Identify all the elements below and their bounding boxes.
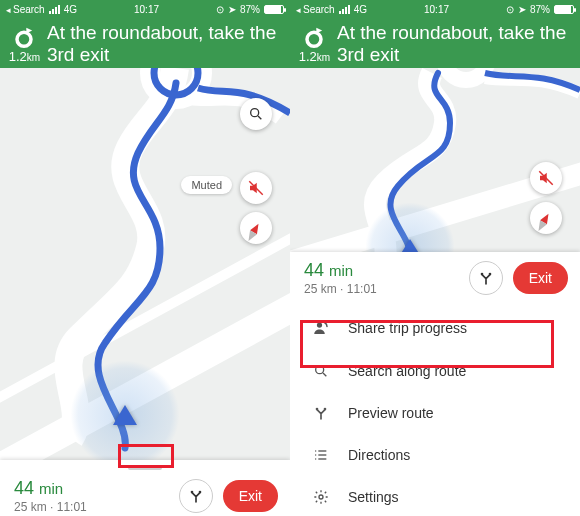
compass-icon [538, 207, 555, 228]
compass-button[interactable] [240, 212, 272, 244]
arrival-time: 11:01 [347, 282, 377, 296]
location-icon: ➤ [518, 4, 526, 15]
search-map-button[interactable] [240, 98, 272, 130]
compass-icon [248, 217, 265, 238]
eta-block: 44 min 25 km · 11:01 [304, 260, 377, 296]
battery-icon [554, 5, 574, 14]
search-icon [310, 363, 332, 379]
svg-point-0 [17, 33, 31, 47]
svg-line-4 [258, 116, 261, 119]
eta-block: 44 min 25 km · 11:01 [14, 478, 87, 514]
svg-point-23 [315, 458, 316, 459]
heading-arrow-icon [400, 239, 420, 252]
alarm-icon: ⊙ [216, 4, 224, 15]
menu-preview-route[interactable]: Preview route [290, 392, 580, 434]
status-bar: Search 4G 10:17 ⊙ ➤ 87% [290, 0, 580, 18]
svg-line-15 [323, 373, 326, 376]
direction-banner: 1.2km At the roundabout, take the 3rd ex… [290, 18, 580, 74]
network-label: 4G [354, 4, 367, 15]
direction-distance-unit: km [317, 52, 330, 63]
menu-preview-label: Preview route [348, 405, 434, 421]
status-time: 10:17 [134, 4, 159, 15]
search-icon [248, 106, 264, 122]
compass-button[interactable] [530, 202, 562, 234]
map-view[interactable]: Muted [0, 68, 290, 460]
location-icon: ➤ [228, 4, 236, 15]
muted-chip[interactable]: Muted [181, 176, 232, 194]
status-time: 10:17 [424, 4, 449, 15]
direction-distance: 1.2 [9, 49, 27, 64]
bottom-sheet-expanded[interactable]: 44 min 25 km · 11:01 Exit Share trip pro… [290, 252, 580, 516]
svg-point-12 [488, 273, 491, 276]
alt-routes-button[interactable] [469, 261, 503, 295]
eta-value: 44 [14, 478, 34, 498]
location-puck [70, 360, 180, 460]
gear-icon [310, 489, 332, 505]
svg-point-14 [316, 366, 324, 374]
route-fork-icon [188, 488, 204, 504]
battery-icon [264, 5, 284, 14]
direction-banner: 1.2km At the roundabout, take the 3rd ex… [0, 18, 290, 74]
menu-directions-label: Directions [348, 447, 410, 463]
svg-point-16 [316, 408, 319, 411]
speaker-muted-icon [537, 169, 555, 187]
list-icon [310, 447, 332, 463]
svg-point-9 [444, 68, 488, 80]
network-label: 4G [64, 4, 77, 15]
speaker-muted-icon [247, 179, 265, 197]
roundabout-icon [10, 23, 38, 51]
menu-directions[interactable]: Directions [290, 434, 580, 476]
phone-expanded: Search 4G 10:17 ⊙ ➤ 87% 1.2km At the rou… [290, 0, 580, 516]
menu-search-label: Search along route [348, 363, 466, 379]
svg-point-21 [315, 450, 316, 451]
arrival-time: 11:01 [57, 500, 87, 514]
svg-point-7 [198, 491, 201, 494]
route-fork-icon [310, 405, 332, 421]
roundabout-icon [300, 23, 328, 51]
direction-distance: 1.2 [299, 49, 317, 64]
route-fork-icon [478, 270, 494, 286]
back-to-search[interactable]: Search [296, 4, 335, 15]
alt-routes-button[interactable] [179, 479, 213, 513]
battery-pct: 87% [530, 4, 550, 15]
status-bar: Search 4G 10:17 ⊙ ➤ 87% [0, 0, 290, 18]
battery-pct: 87% [240, 4, 260, 15]
exit-button[interactable]: Exit [223, 480, 278, 512]
menu-settings-label: Settings [348, 489, 399, 505]
svg-point-11 [480, 273, 483, 276]
mute-button[interactable] [530, 162, 562, 194]
exit-button[interactable]: Exit [513, 262, 568, 294]
svg-point-13 [317, 322, 322, 327]
svg-point-17 [324, 408, 327, 411]
svg-point-24 [319, 495, 323, 499]
trip-distance: 25 km [14, 500, 47, 514]
eta-unit: min [329, 262, 353, 279]
svg-point-6 [190, 491, 193, 494]
back-to-search[interactable]: Search [6, 4, 45, 15]
eta-unit: min [39, 480, 63, 497]
direction-instruction: At the roundabout, take the 3rd exit [337, 22, 570, 66]
mute-button[interactable] [240, 172, 272, 204]
map-view[interactable] [290, 68, 580, 252]
bottom-sheet-collapsed[interactable]: 44 min 25 km · 11:01 Exit [0, 460, 290, 516]
svg-point-22 [315, 454, 316, 455]
menu-search-route[interactable]: Search along route [290, 350, 580, 392]
signal-icon [49, 5, 60, 14]
trip-menu: Share trip progress Search along route P… [290, 306, 580, 516]
direction-distance-unit: km [27, 52, 40, 63]
heading-arrow-icon [113, 405, 137, 425]
alarm-icon: ⊙ [506, 4, 514, 15]
menu-settings[interactable]: Settings [290, 476, 580, 516]
menu-share-trip[interactable]: Share trip progress [290, 306, 580, 350]
phone-collapsed: Search 4G 10:17 ⊙ ➤ 87% 1.2km At the rou… [0, 0, 290, 516]
svg-point-3 [251, 109, 259, 117]
svg-point-8 [307, 33, 321, 47]
share-person-icon [310, 319, 332, 337]
trip-distance: 25 km [304, 282, 337, 296]
signal-icon [339, 5, 350, 14]
eta-value: 44 [304, 260, 324, 280]
menu-share-label: Share trip progress [348, 320, 467, 336]
direction-instruction: At the roundabout, take the 3rd exit [47, 22, 280, 66]
